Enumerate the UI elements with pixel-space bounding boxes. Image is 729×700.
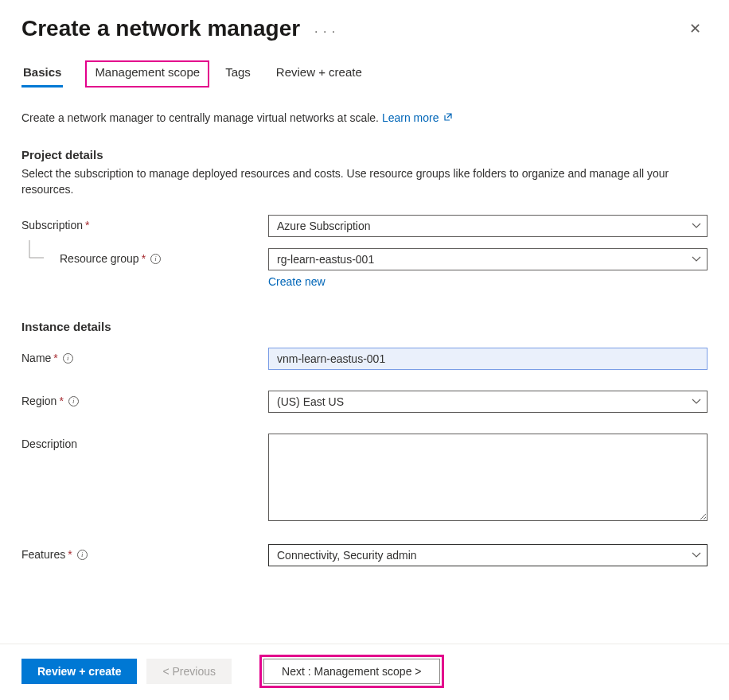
required-indicator: * xyxy=(85,219,89,231)
footer-bar: Review + create < Previous Next : Manage… xyxy=(0,644,729,700)
info-icon[interactable]: i xyxy=(77,550,88,560)
next-button[interactable]: Next : Management scope > xyxy=(263,659,440,684)
intro-text: Create a network manager to centrally ma… xyxy=(21,111,708,124)
region-select[interactable]: (US) East US xyxy=(268,391,708,413)
close-icon[interactable]: ✕ xyxy=(683,17,708,41)
subscription-label: Subscription* xyxy=(21,215,268,231)
resource-group-select[interactable]: rg-learn-eastus-001 xyxy=(268,248,708,270)
external-link-icon xyxy=(443,111,453,124)
region-label: Region* i xyxy=(21,391,268,407)
review-create-button[interactable]: Review + create xyxy=(21,659,137,684)
learn-more-link[interactable]: Learn more xyxy=(382,111,453,124)
tab-basics[interactable]: Basics xyxy=(21,60,63,88)
features-select[interactable]: Connectivity, Security admin xyxy=(268,544,708,566)
project-details-desc: Select the subscription to manage deploy… xyxy=(21,166,708,197)
description-label: Description xyxy=(21,434,268,450)
project-details-title: Project details xyxy=(21,148,708,161)
tree-connector-icon xyxy=(26,240,45,264)
resource-group-label: Resource group* i xyxy=(60,248,268,265)
name-label: Name* i xyxy=(21,348,268,364)
instance-details-title: Instance details xyxy=(21,320,708,333)
tab-review-create[interactable]: Review + create xyxy=(275,60,364,88)
required-indicator: * xyxy=(142,252,146,265)
description-textarea[interactable] xyxy=(268,434,708,521)
tab-bar: Basics Management scope Tags Review + cr… xyxy=(21,60,708,88)
intro-body: Create a network manager to centrally ma… xyxy=(21,111,382,124)
page-title: Create a network manager xyxy=(21,16,300,41)
info-icon[interactable]: i xyxy=(63,353,73,364)
required-indicator: * xyxy=(53,352,57,364)
tab-tags[interactable]: Tags xyxy=(224,60,252,88)
features-label: Features* i xyxy=(21,544,268,561)
info-icon[interactable]: i xyxy=(68,396,79,406)
tab-management-scope[interactable]: Management scope xyxy=(85,60,209,88)
required-indicator: * xyxy=(59,395,63,407)
info-icon[interactable]: i xyxy=(150,254,161,264)
name-input[interactable]: vnm-learn-eastus-001 xyxy=(268,348,708,370)
required-indicator: * xyxy=(68,548,72,561)
subscription-select[interactable]: Azure Subscription xyxy=(268,215,708,237)
more-icon[interactable]: · · · xyxy=(314,25,336,38)
previous-button[interactable]: < Previous xyxy=(146,659,232,684)
create-new-link[interactable]: Create new xyxy=(268,275,326,288)
